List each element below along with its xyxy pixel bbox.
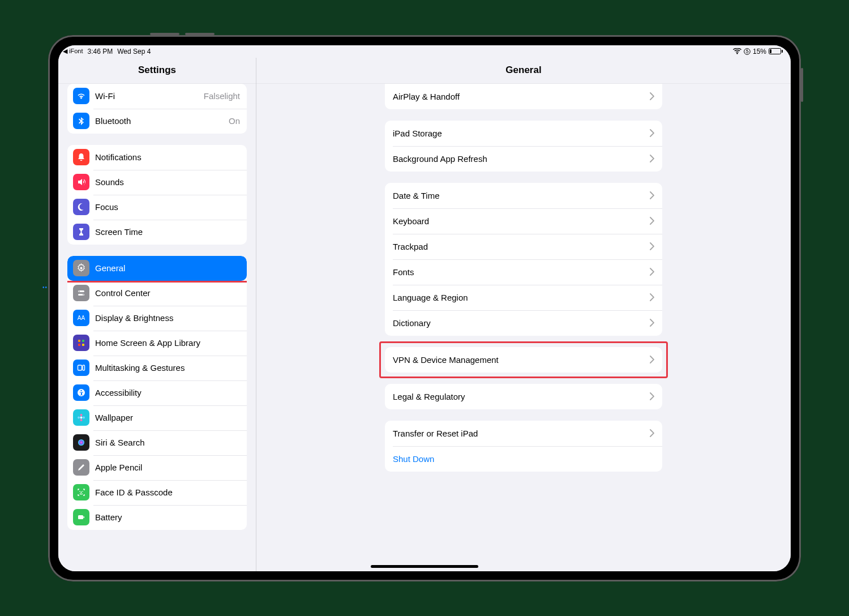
battery-icon (73, 509, 89, 525)
faceid-icon (73, 484, 89, 500)
speaker-icon (73, 174, 89, 190)
detail-row-bgr[interactable]: Background App Refresh (385, 146, 662, 172)
detail-row-legal[interactable]: Legal & Regulatory (385, 384, 662, 409)
chevron-right-icon (650, 191, 654, 199)
sidebar-item-label: Face ID & Passcode (95, 487, 240, 497)
rotation-lock-icon (744, 48, 751, 55)
chevron-right-icon (650, 293, 654, 301)
detail-panel: General AirPlay & HandoffiPad StorageBac… (256, 58, 791, 571)
sidebar-item-label: Sounds (95, 177, 240, 187)
svg-point-18 (78, 417, 80, 419)
detail-row-transfer[interactable]: Transfer or Reset iPad (385, 421, 662, 446)
sidebar-item-label: Focus (95, 202, 240, 212)
gear-icon (73, 260, 89, 276)
detail-row-lang[interactable]: Language & Region (385, 285, 662, 310)
detail-row-dictionary[interactable]: Dictionary (385, 310, 662, 336)
sidebar-scroll[interactable]: Wi-FiFalselightBluetoothOnNotificationsS… (58, 84, 256, 571)
ipad-screen: ◀ iFont 3:46 PM Wed Sep 4 15% Settings (58, 45, 791, 571)
sidebar-item-detail: Falselight (204, 91, 240, 101)
battery-percent: 15% (753, 48, 766, 55)
sidebar-item-wifi[interactable]: Wi-FiFalselight (67, 84, 247, 109)
grid-icon (73, 335, 89, 351)
switches-icon (73, 285, 89, 301)
settings-sidebar: Settings Wi-FiFalselightBluetoothOnNotif… (58, 58, 256, 571)
sidebar-item-label: Wallpaper (95, 413, 240, 422)
svg-point-3 (79, 291, 80, 292)
svg-point-22 (82, 491, 83, 492)
sidebar-item-wallpaper[interactable]: Wallpaper (67, 405, 247, 430)
sidebar-item-sounds[interactable]: Sounds (67, 170, 247, 195)
bell-icon (73, 149, 89, 165)
sidebar-item-bluetooth[interactable]: BluetoothOn (67, 109, 247, 134)
sidebar-item-label: Apple Pencil (95, 463, 240, 472)
svg-rect-11 (78, 365, 82, 370)
sidebar-item-screentime[interactable]: Screen Time (67, 220, 247, 245)
wifi-icon (73, 88, 89, 104)
sidebar-item-controlcenter[interactable]: Control Center (67, 281, 247, 306)
detail-row-label: iPad Storage (393, 129, 650, 138)
svg-rect-7 (78, 340, 80, 342)
svg-point-20 (78, 439, 84, 446)
sidebar-item-homescreen[interactable]: Home Screen & App Library (67, 331, 247, 356)
sidebar-item-notifications[interactable]: Notifications (67, 145, 247, 170)
sidebar-item-detail: On (229, 116, 240, 126)
status-time: 3:46 PM (88, 48, 113, 55)
sidebar-item-pencil[interactable]: Apple Pencil (67, 455, 247, 480)
detail-row-label: Transfer or Reset iPad (393, 429, 650, 438)
chevron-right-icon (650, 242, 654, 250)
detail-row-airplay[interactable]: AirPlay & Handoff (385, 84, 662, 109)
hourglass-icon (73, 224, 89, 240)
chevron-right-icon (650, 392, 654, 400)
sidebar-item-battery[interactable]: Battery (67, 505, 247, 530)
volume-up-button (185, 33, 215, 35)
detail-row-trackpad[interactable]: Trackpad (385, 234, 662, 259)
sidebar-item-accessibility[interactable]: Accessibility (67, 380, 247, 405)
accessibility-icon (73, 384, 89, 401)
detail-row-label: Background App Refresh (393, 154, 650, 164)
sidebar-item-general[interactable]: General (67, 256, 247, 281)
detail-row-label: AirPlay & Handoff (393, 92, 650, 101)
back-to-app[interactable]: ◀ iFont (63, 48, 83, 55)
detail-row-fonts[interactable]: Fonts (385, 259, 662, 285)
svg-rect-12 (83, 365, 85, 370)
sidebar-item-label: Accessibility (95, 388, 240, 397)
sidebar-item-display[interactable]: AADisplay & Brightness (67, 306, 247, 331)
detail-title: General (256, 58, 791, 84)
detail-row-datetime[interactable]: Date & Time (385, 183, 662, 208)
svg-point-5 (83, 294, 84, 296)
ipad-frame: •• ◀ iFont 3:46 PM Wed Sep 4 15% (48, 35, 801, 581)
svg-rect-24 (84, 516, 85, 518)
siri-icon (73, 434, 89, 451)
detail-row-shutdown[interactable]: Shut Down (385, 446, 662, 472)
battery-icon (769, 48, 783, 54)
detail-row-label: Shut Down (393, 454, 654, 464)
power-button (801, 68, 803, 102)
sidebar-item-label: Battery (95, 512, 240, 522)
sidebar-item-siri[interactable]: Siri & Search (67, 430, 247, 455)
sidebar-item-multitasking[interactable]: Multitasking & Gestures (67, 356, 247, 380)
detail-scroll[interactable]: AirPlay & HandoffiPad StorageBackground … (256, 84, 791, 571)
sidebar-item-label: Notifications (95, 152, 240, 162)
detail-row-label: Fonts (393, 267, 650, 277)
detail-row-label: Date & Time (393, 191, 650, 200)
volume-down-button (150, 33, 179, 35)
wifi-status-icon (733, 48, 741, 54)
detail-row-storage[interactable]: iPad Storage (385, 121, 662, 146)
detail-row-vpn[interactable]: VPN & Device Management (385, 347, 662, 373)
pencil-icon (73, 459, 89, 476)
detail-row-label: Keyboard (393, 216, 650, 226)
status-bar: ◀ iFont 3:46 PM Wed Sep 4 15% (58, 45, 791, 58)
bluetooth-icon (73, 113, 89, 129)
sidebar-item-label: Multitasking & Gestures (95, 363, 240, 373)
svg-point-14 (80, 390, 82, 391)
detail-row-keyboard[interactable]: Keyboard (385, 208, 662, 234)
svg-rect-10 (82, 344, 84, 346)
chevron-right-icon (650, 92, 654, 100)
svg-rect-9 (78, 344, 80, 346)
sidebar-item-focus[interactable]: Focus (67, 195, 247, 220)
sidebar-item-label: Siri & Search (95, 438, 240, 447)
svg-point-16 (80, 414, 83, 416)
svg-point-19 (83, 417, 85, 419)
sidebar-item-faceid[interactable]: Face ID & Passcode (67, 480, 247, 505)
home-indicator[interactable] (371, 565, 478, 568)
